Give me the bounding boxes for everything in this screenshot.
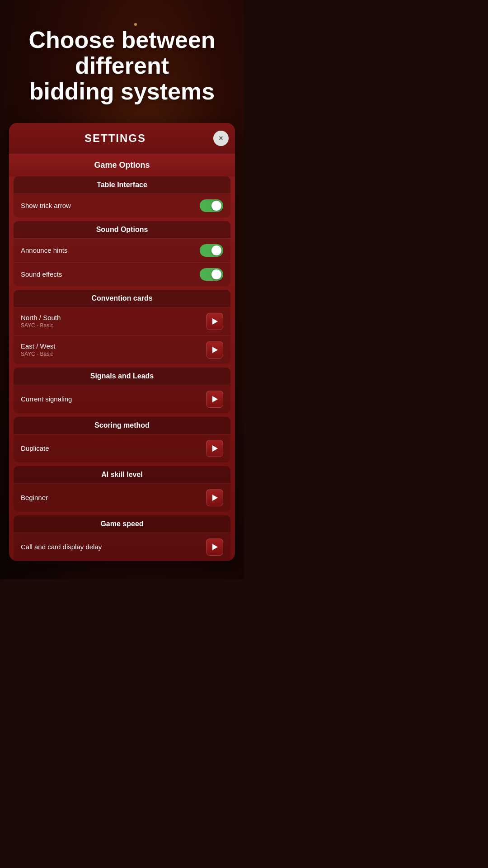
hero-text: Choose between different bidding systems bbox=[0, 0, 244, 123]
section-game-speed: Game speed Call and card display delay bbox=[14, 515, 230, 561]
east-west-label: East / West bbox=[21, 342, 55, 350]
row-current-signaling: Current signaling bbox=[14, 385, 230, 413]
hero-line2: different bbox=[75, 52, 169, 79]
arrow-icon bbox=[212, 544, 218, 550]
section-convention-cards-title: Convention cards bbox=[91, 294, 152, 302]
east-west-sublabel: SAYC - Basic bbox=[21, 351, 55, 357]
section-table-interface-header: Table Interface bbox=[14, 176, 230, 193]
duplicate-arrow-button[interactable] bbox=[206, 440, 223, 457]
north-south-group: North / South SAYC - Basic bbox=[21, 314, 61, 329]
north-south-sublabel: SAYC - Basic bbox=[21, 322, 61, 329]
current-signaling-arrow-button[interactable] bbox=[206, 391, 223, 408]
close-icon: × bbox=[219, 134, 223, 142]
section-signals-leads-title: Signals and Leads bbox=[90, 372, 154, 380]
east-west-arrow-button[interactable] bbox=[206, 341, 223, 359]
row-sound-effects: Sound effects bbox=[14, 262, 230, 286]
call-card-delay-arrow-button[interactable] bbox=[206, 538, 223, 556]
section-ai-skill-level: AI skill level Beginner bbox=[14, 466, 230, 512]
section-scoring-method-title: Scoring method bbox=[94, 421, 150, 429]
section-sound-options-header: Sound Options bbox=[14, 221, 230, 238]
row-announce-hints: Announce hints bbox=[14, 238, 230, 262]
beginner-label: Beginner bbox=[21, 494, 48, 501]
announce-hints-label: Announce hints bbox=[21, 246, 67, 254]
sound-effects-label: Sound effects bbox=[21, 270, 62, 278]
section-sound-options: Sound Options Announce hints Sound effec… bbox=[14, 221, 230, 286]
call-card-delay-label: Call and card display delay bbox=[21, 543, 102, 551]
modal-header: SETTINGS × bbox=[9, 123, 235, 154]
row-north-south: North / South SAYC - Basic bbox=[14, 307, 230, 335]
section-ai-skill-level-title: AI skill level bbox=[101, 471, 143, 478]
show-trick-arrow-toggle[interactable] bbox=[200, 199, 223, 212]
section-table-interface-title: Table Interface bbox=[97, 181, 147, 189]
game-options-heading: Game Options bbox=[9, 154, 235, 176]
row-call-card-delay: Call and card display delay bbox=[14, 533, 230, 561]
duplicate-label: Duplicate bbox=[21, 444, 49, 452]
close-button[interactable]: × bbox=[213, 131, 229, 146]
north-south-arrow-button[interactable] bbox=[206, 313, 223, 330]
row-duplicate: Duplicate bbox=[14, 434, 230, 462]
section-scoring-method-header: Scoring method bbox=[14, 417, 230, 434]
arrow-icon bbox=[212, 318, 218, 325]
modal-title: SETTINGS bbox=[84, 132, 146, 144]
hero-line1: Choose between bbox=[28, 27, 215, 53]
arrow-icon bbox=[212, 445, 218, 452]
show-trick-arrow-label: Show trick arrow bbox=[21, 202, 71, 209]
section-scoring-method: Scoring method Duplicate bbox=[14, 417, 230, 462]
section-table-interface: Table Interface Show trick arrow bbox=[14, 176, 230, 217]
section-sound-options-title: Sound Options bbox=[96, 226, 148, 233]
section-signals-leads: Signals and Leads Current signaling bbox=[14, 368, 230, 413]
settings-modal: SETTINGS × Game Options Table Interface … bbox=[9, 123, 235, 561]
row-east-west: East / West SAYC - Basic bbox=[14, 335, 230, 364]
section-signals-leads-header: Signals and Leads bbox=[14, 368, 230, 385]
east-west-group: East / West SAYC - Basic bbox=[21, 342, 55, 357]
sound-effects-toggle[interactable] bbox=[200, 268, 223, 281]
arrow-icon bbox=[212, 347, 218, 353]
section-ai-skill-level-header: AI skill level bbox=[14, 466, 230, 483]
row-beginner: Beginner bbox=[14, 483, 230, 512]
announce-hints-toggle[interactable] bbox=[200, 244, 223, 257]
hero-line3: bidding systems bbox=[29, 78, 215, 104]
beginner-arrow-button[interactable] bbox=[206, 489, 223, 506]
section-game-speed-title: Game speed bbox=[100, 520, 143, 528]
section-convention-cards-header: Convention cards bbox=[14, 290, 230, 307]
section-convention-cards: Convention cards North / South SAYC - Ba… bbox=[14, 290, 230, 364]
north-south-label: North / South bbox=[21, 314, 61, 321]
row-show-trick-arrow: Show trick arrow bbox=[14, 193, 230, 217]
arrow-icon bbox=[212, 396, 218, 402]
current-signaling-label: Current signaling bbox=[21, 395, 72, 403]
section-game-speed-header: Game speed bbox=[14, 515, 230, 533]
arrow-icon bbox=[212, 495, 218, 501]
